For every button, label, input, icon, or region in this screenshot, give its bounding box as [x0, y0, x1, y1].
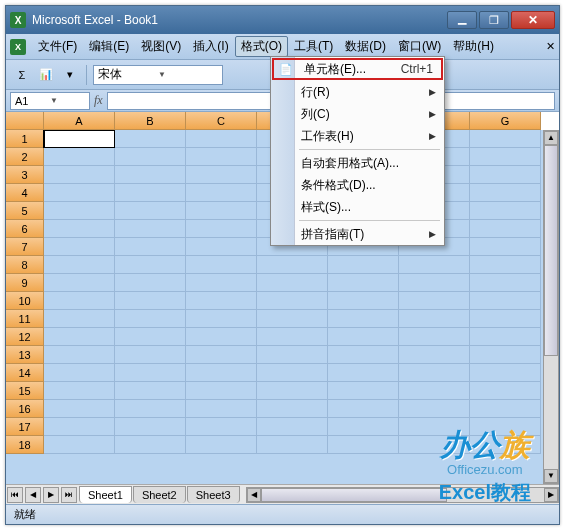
cell[interactable]	[115, 202, 186, 220]
cell[interactable]	[470, 436, 541, 454]
menu-window[interactable]: 窗口(W)	[392, 36, 447, 57]
cell[interactable]	[115, 418, 186, 436]
cell[interactable]	[115, 166, 186, 184]
row-header[interactable]: 15	[6, 382, 44, 400]
chart-wizard-icon[interactable]: 📊	[36, 65, 56, 85]
cell[interactable]	[399, 346, 470, 364]
cell[interactable]	[186, 238, 257, 256]
cell[interactable]	[257, 346, 328, 364]
cell[interactable]	[328, 436, 399, 454]
cell[interactable]	[470, 418, 541, 436]
menu-item-cells[interactable]: 📄 单元格(E)... Ctrl+1	[272, 58, 443, 80]
vscroll-thumb[interactable]	[544, 145, 558, 356]
close-button[interactable]	[511, 11, 555, 29]
cell[interactable]	[115, 400, 186, 418]
cell[interactable]	[186, 328, 257, 346]
cell[interactable]	[257, 364, 328, 382]
row-header[interactable]: 9	[6, 274, 44, 292]
row-header[interactable]: 13	[6, 346, 44, 364]
maximize-button[interactable]	[479, 11, 509, 29]
tab-last-icon[interactable]: ⏭	[61, 487, 77, 503]
col-header-a[interactable]: A	[44, 112, 115, 130]
cell[interactable]	[44, 292, 115, 310]
cell[interactable]	[328, 256, 399, 274]
cell[interactable]	[399, 418, 470, 436]
cell[interactable]	[257, 382, 328, 400]
tab-prev-icon[interactable]: ◀	[25, 487, 41, 503]
cell[interactable]	[115, 364, 186, 382]
menu-tools[interactable]: 工具(T)	[288, 36, 339, 57]
cell[interactable]	[257, 418, 328, 436]
cell[interactable]	[399, 292, 470, 310]
row-header[interactable]: 7	[6, 238, 44, 256]
cell[interactable]	[328, 364, 399, 382]
name-box[interactable]: A1 ▼	[10, 92, 90, 110]
doc-close-icon[interactable]: ✕	[546, 40, 555, 53]
cell[interactable]	[257, 400, 328, 418]
cell[interactable]	[44, 418, 115, 436]
row-header[interactable]: 3	[6, 166, 44, 184]
cell[interactable]	[257, 328, 328, 346]
cell[interactable]	[115, 292, 186, 310]
toolbar-more-icon[interactable]: ▾	[60, 65, 80, 85]
cell[interactable]	[470, 202, 541, 220]
cell[interactable]	[186, 310, 257, 328]
cell[interactable]	[44, 148, 115, 166]
cell[interactable]	[115, 328, 186, 346]
col-header-g[interactable]: G	[470, 112, 541, 130]
cell[interactable]	[44, 256, 115, 274]
cell[interactable]	[328, 328, 399, 346]
cell[interactable]	[44, 274, 115, 292]
cell[interactable]	[115, 238, 186, 256]
horizontal-scrollbar[interactable]: ◀ ▶	[246, 487, 559, 503]
row-header[interactable]: 14	[6, 364, 44, 382]
cell[interactable]	[186, 256, 257, 274]
vertical-scrollbar[interactable]: ▲ ▼	[543, 130, 559, 484]
cell[interactable]	[328, 382, 399, 400]
cell[interactable]	[470, 328, 541, 346]
scroll-left-icon[interactable]: ◀	[247, 488, 261, 502]
cell[interactable]	[257, 256, 328, 274]
cell[interactable]	[186, 364, 257, 382]
row-header[interactable]: 1	[6, 130, 44, 148]
cell[interactable]	[44, 166, 115, 184]
row-header[interactable]: 8	[6, 256, 44, 274]
scroll-up-icon[interactable]: ▲	[544, 131, 558, 145]
scroll-right-icon[interactable]: ▶	[544, 488, 558, 502]
cell[interactable]	[44, 346, 115, 364]
col-header-b[interactable]: B	[115, 112, 186, 130]
fx-icon[interactable]: fx	[94, 93, 103, 108]
menu-data[interactable]: 数据(D)	[339, 36, 392, 57]
cell[interactable]	[470, 166, 541, 184]
cell[interactable]	[470, 220, 541, 238]
menu-help[interactable]: 帮助(H)	[447, 36, 500, 57]
cell[interactable]	[470, 238, 541, 256]
cell[interactable]	[328, 346, 399, 364]
cell[interactable]	[115, 148, 186, 166]
menu-item-phonetic[interactable]: 拼音指南(T) ▶	[271, 223, 444, 245]
row-header[interactable]: 18	[6, 436, 44, 454]
cell[interactable]	[115, 274, 186, 292]
menu-view[interactable]: 视图(V)	[135, 36, 187, 57]
cell[interactable]	[115, 220, 186, 238]
cell[interactable]	[328, 400, 399, 418]
hscroll-thumb[interactable]	[261, 488, 448, 502]
cell[interactable]	[470, 292, 541, 310]
row-header[interactable]: 6	[6, 220, 44, 238]
cell[interactable]	[115, 436, 186, 454]
menu-item-row[interactable]: 行(R) ▶	[271, 81, 444, 103]
cell[interactable]	[44, 238, 115, 256]
menu-item-column[interactable]: 列(C) ▶	[271, 103, 444, 125]
cell[interactable]	[328, 310, 399, 328]
font-name-combo[interactable]: 宋体 ▼	[93, 65, 223, 85]
cell[interactable]	[186, 292, 257, 310]
cell[interactable]	[399, 274, 470, 292]
cell[interactable]	[470, 400, 541, 418]
cell[interactable]	[115, 346, 186, 364]
select-all-corner[interactable]	[6, 112, 44, 130]
menu-item-style[interactable]: 样式(S)...	[271, 196, 444, 218]
cell[interactable]	[186, 148, 257, 166]
cell[interactable]	[470, 310, 541, 328]
row-header[interactable]: 2	[6, 148, 44, 166]
cell[interactable]	[399, 310, 470, 328]
